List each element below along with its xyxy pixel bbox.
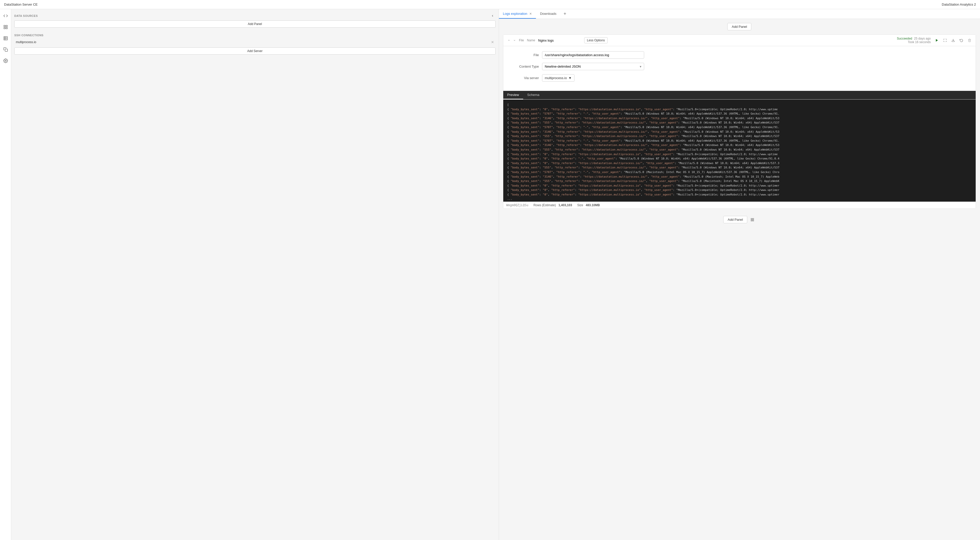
json-line: { "body_bytes_sent": "5707", "http_refer… — [508, 139, 972, 143]
form-row-content-type: Content Type Newline-delimited JSON CSV … — [514, 63, 966, 70]
json-line: { "body_bytes_sent": "5707", "http_refer… — [508, 170, 972, 175]
json-line: { "body_bytes_sent": "555", "http_refere… — [508, 148, 972, 152]
json-line: { "body_bytes_sent": "5707", "http_refer… — [508, 125, 972, 130]
json-line: { "body_bytes_sent": "3146", "http_refer… — [508, 116, 972, 121]
app-header: DataStation Server CE DataStation Analyt… — [0, 0, 980, 9]
svg-rect-15 — [752, 220, 754, 221]
json-line: ... — [508, 197, 972, 201]
panel-expand-icon[interactable] — [942, 37, 948, 43]
add-panel-bottom-area: Add Panel — [503, 213, 976, 226]
status-bar-id: Wmgm0QZjLQSu — [506, 203, 528, 207]
via-server-dropdown[interactable]: multiprocess.io ▼ — [542, 74, 575, 82]
status-bar-rows: Rows (Estimate) 1,403,103 — [533, 203, 572, 207]
sidebar-icon-rail — [0, 9, 11, 540]
svg-point-9 — [5, 60, 6, 62]
json-line: { "body_bytes_sent": "0", "http_referer"… — [508, 193, 972, 197]
json-line: { "body_bytes_sent": "555", "http_refere… — [508, 179, 972, 183]
status-bar-size: Size 483.10MB — [577, 203, 600, 207]
add-server-button[interactable]: Add Server — [14, 48, 496, 55]
add-panel-top-area: Add Panel — [503, 23, 976, 30]
json-line: { "body_bytes_sent": "555", "http_refere… — [508, 166, 972, 170]
tabs-bar: Logs exploration ✕ Downloads + — [499, 9, 980, 19]
code-icon[interactable] — [2, 12, 9, 19]
tab-logs-exploration-close-icon[interactable]: ✕ — [529, 12, 532, 15]
tab-preview[interactable]: Preview — [503, 91, 523, 99]
panel-action-icons — [934, 37, 973, 43]
less-options-button[interactable]: Less Options — [584, 37, 608, 43]
sidebar-panel: DATA SOURCES Add Panel SSH CONNECTIONS m… — [11, 9, 499, 540]
form-row-via-server: Via server multiprocess.io ▼ — [514, 74, 966, 82]
json-line: { "body_bytes_sent": "0", "http_referer"… — [508, 107, 972, 112]
grid-icon[interactable] — [2, 24, 9, 30]
json-line: { "body_bytes_sent": "3146", "http_refer… — [508, 130, 972, 134]
json-line: { "body_bytes_sent": "0", "http_referer"… — [508, 188, 972, 193]
panel-status-time: 25 days ago — [914, 37, 931, 40]
ssh-connections-title: SSH CONNECTIONS — [14, 34, 496, 37]
ssh-connection-label: multiprocess.io — [16, 40, 36, 44]
tab-downloads-label: Downloads — [540, 12, 556, 16]
content-type-select[interactable]: Newline-delimited JSON CSV JSON Plain Te… — [542, 63, 644, 70]
bottom-grid-icon[interactable] — [749, 217, 756, 223]
panel-card: File Name Less Options Succeeded 25 days… — [503, 35, 976, 209]
content-type-select-wrapper: Newline-delimited JSON CSV JSON Plain Te… — [542, 63, 644, 70]
panel-status-success: Succeeded — [897, 37, 912, 40]
json-line: [ — [508, 103, 972, 107]
tab-schema[interactable]: Schema — [523, 91, 544, 99]
status-bar: Wmgm0QZjLQSu Rows (Estimate) 1,403,103 S… — [503, 202, 976, 209]
panel-name-input[interactable] — [537, 38, 582, 43]
add-panel-top-button[interactable]: Add Panel — [727, 23, 751, 30]
panel-status-duration: Took 16 seconds — [897, 40, 931, 44]
content-type-label: Content Type — [514, 65, 539, 68]
tab-downloads[interactable]: Downloads — [536, 9, 560, 19]
json-output: [ { "body_bytes_sent": "0", "http_refere… — [503, 100, 976, 202]
svg-rect-0 — [4, 25, 5, 27]
add-tab-button[interactable]: + — [560, 9, 570, 19]
add-panel-bottom-button[interactable]: Add Panel — [723, 216, 747, 223]
ssh-connection-delete-icon[interactable]: ✕ — [491, 40, 494, 44]
json-line: { "body_bytes_sent": "555", "http_refere… — [508, 134, 972, 139]
panel-collapse-btns — [506, 38, 517, 43]
panel-collapse-down-btn[interactable] — [512, 38, 517, 43]
add-panel-sidebar-button[interactable]: Add Panel — [14, 21, 496, 27]
form-row-file: File — [514, 51, 966, 59]
svg-rect-2 — [4, 27, 5, 29]
svg-rect-8 — [5, 49, 7, 51]
panel-form: File Content Type Newline-delimited JSON… — [503, 46, 976, 91]
svg-rect-3 — [6, 27, 7, 29]
panel-collapse-up-btn[interactable] — [506, 38, 511, 43]
data-sources-title: DATA SOURCES — [14, 14, 38, 18]
panel-download-icon[interactable] — [950, 37, 956, 43]
json-line: { "body_bytes_sent": "0", "http_referer"… — [508, 183, 972, 188]
panel-run-icon[interactable] — [934, 37, 940, 43]
via-server-chevron-icon: ▼ — [568, 76, 572, 80]
via-server-label: Via server — [514, 76, 539, 80]
sidebar-collapse-btn[interactable] — [490, 13, 496, 19]
settings-icon[interactable] — [2, 57, 9, 64]
copy-icon[interactable] — [2, 46, 9, 53]
panel-header: File Name Less Options Succeeded 25 days… — [503, 35, 976, 46]
json-line: { "body_bytes_sent": "0", "http_referer"… — [508, 156, 972, 161]
ssh-connection-item[interactable]: multiprocess.io ✕ — [14, 39, 496, 45]
json-line: { "body_bytes_sent": "555", "http_refere… — [508, 121, 972, 125]
table-icon[interactable] — [2, 35, 9, 42]
json-line: { "body_bytes_sent": "0", "http_referer"… — [508, 152, 972, 157]
json-line: { "body_bytes_sent": "3146", "http_refer… — [508, 143, 972, 148]
svg-rect-4 — [4, 37, 7, 40]
tab-logs-exploration[interactable]: Logs exploration ✕ — [499, 9, 536, 19]
file-path-label: File — [514, 53, 539, 57]
page-area: Add Panel — [499, 19, 980, 540]
json-line: { "body_bytes_sent": "3146", "http_refer… — [508, 175, 972, 179]
preview-tabs-bar: Preview Schema — [503, 91, 976, 100]
main-content: Logs exploration ✕ Downloads + Add Panel — [499, 9, 980, 540]
panel-refresh-icon[interactable] — [958, 37, 964, 43]
svg-rect-14 — [751, 220, 752, 221]
status-bar-rows-value: 1,403,103 — [558, 203, 572, 207]
file-path-input[interactable] — [542, 51, 644, 59]
status-bar-size-value: 483.10MB — [586, 203, 600, 207]
tab-logs-exploration-label: Logs exploration — [503, 12, 527, 16]
panel-name-label: Name — [527, 38, 535, 42]
app-title-left: DataStation Server CE — [4, 3, 38, 6]
svg-rect-1 — [6, 25, 7, 27]
json-line: { "body_bytes_sent": "5707", "http_refer… — [508, 112, 972, 116]
panel-delete-icon[interactable] — [966, 37, 973, 43]
